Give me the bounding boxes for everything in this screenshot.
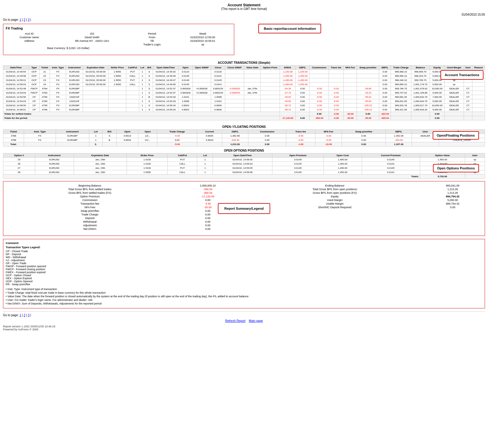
of-col-commission: Commission — [248, 130, 286, 134]
trader-label: Trader's Login: — [143, 43, 161, 46]
trans-fee-label-s: Transaction fee: — [6, 202, 174, 205]
table-row: 01/04/10, 14:56:51CP4796FXEURGBP1S01/04/… — [3, 108, 485, 112]
open-floating-callout: Open/Floating Positions — [433, 131, 479, 140]
legend-note-item: • Net D/W/A: Sum of Deposits, Withdrawal… — [6, 302, 482, 305]
top-area: FX Trading Acct ID: 152 Period: Week Cus… — [3, 24, 485, 58]
col-ticket: Ticket — [39, 66, 50, 70]
refresh-report-link[interactable]: Refresh Report — [225, 319, 246, 323]
legend-type-item: OP - Open Trade — [6, 262, 482, 265]
transactions-header: ACCOUNT TRANSACTIONS (Simple) — [3, 61, 485, 64]
col-used-margin: Used Margin — [444, 66, 464, 70]
oo-col-lot: Lot — [197, 153, 213, 158]
of-total-label: Total: — [3, 142, 24, 147]
main-page-link[interactable]: Main page — [249, 319, 263, 323]
col-exp-date: Expiration Date — [83, 66, 108, 70]
col-open: Open — [179, 66, 193, 70]
col-gspl: G$P/L — [296, 66, 310, 70]
begin-bal-value: 1,000,000.10 — [174, 184, 241, 187]
of-col-ticket: Ticket — [3, 130, 24, 134]
period-used-margin — [444, 116, 464, 120]
table-row: 01/04/10, 14:50:01OCP23FXEURUSD01/15/10,… — [3, 78, 485, 82]
summary-section: Beginning Balance:1,000,000.10 Total Gro… — [3, 181, 485, 236]
page-link-2[interactable]: 2 — [24, 18, 26, 21]
settled-trade-charge — [391, 112, 411, 116]
period-trans: -3.50 — [329, 116, 343, 120]
col-trade-charge: Trade Charge — [391, 66, 411, 70]
col-close-swap: Close SWAP — [225, 66, 244, 70]
col-lot: Lot — [139, 66, 146, 70]
open-floating-header: OPEN / FLOATING POSITIONS — [3, 125, 485, 128]
used-margin-value-s: 5,000.00 — [423, 198, 482, 202]
oo-col-user: User — [465, 153, 485, 158]
summary-right: Ending Balance:993,541.05 Total Gross $P… — [247, 184, 483, 233]
report-summary-callout-box: Report Summary/Legend — [218, 203, 270, 214]
footer-info: Report version 1.1002 2009/12/30 10:46:1… — [3, 325, 485, 331]
table-row: 01/04/10, 14:56:50CP4795FXEURGBP1S01/04/… — [3, 104, 485, 108]
of-total-nfa: -10.00 — [315, 142, 342, 147]
net-dwa-label-s: Net D/W/A: — [6, 227, 174, 231]
page-link-1-b[interactable]: 1 — [20, 314, 21, 317]
settled-trans: -3.00 — [329, 112, 343, 116]
report-subtitle: (This report is in GMT time format) — [3, 7, 485, 11]
col-swap-prem: Swap prem/fee — [357, 66, 379, 70]
col-strike: Strike Price — [109, 66, 126, 70]
go-to-page-top: Go to page: 1 | 2 | 3 | — [3, 18, 485, 21]
period-dwa: -17,120.00 — [280, 116, 295, 120]
oo-col-open-prem: Open Premium — [272, 153, 324, 158]
of-total-trade-charge: -5.00 — [157, 142, 197, 147]
col-close: Close — [211, 66, 225, 70]
gross-open-label: Total Gross $P/L from open positions: — [247, 187, 423, 191]
till-label: Till: — [150, 39, 155, 42]
short-mc-label-s: Short/MC Deposit Required: — [247, 205, 423, 209]
period-value: Week — [199, 32, 206, 35]
col-bs: B/S — [146, 66, 153, 70]
of-col-lot: Lot — [89, 130, 103, 134]
of-col-nspl: N$P/L — [385, 130, 412, 134]
oo-col-open-dt: Open Date/Time — [213, 153, 272, 158]
period-equity: 0.00 — [430, 116, 444, 120]
gross-settled-value: -390.54 — [174, 187, 241, 191]
col-reason: Reason — [472, 66, 485, 70]
table-row: 4788FXEURGBP1S0.901312/...-5.000.89251,4… — [3, 134, 485, 138]
of-col-current: Current — [197, 130, 222, 134]
of-col-open-dt: Open — [138, 130, 157, 134]
legend-type-item: FWCP - Forward closing position — [6, 268, 482, 271]
oo-total-value: 5,720.00 — [420, 175, 465, 179]
page-link-3[interactable]: 3 — [28, 18, 29, 21]
transactions-section: ACCOUNT TRANSACTIONS (Simple) Account Tr… — [3, 61, 485, 123]
go-to-page-bottom: Go to page: 1 | 2 | 3 | — [3, 311, 485, 317]
till-value: 01/04/2010 15:05:51 — [190, 39, 215, 42]
period-nspl: -429.04 — [379, 116, 391, 120]
of-col-trade-charge: Trade Charge — [157, 130, 197, 134]
gross-settled-fx-label: Gross $P/L from settled trades (FX): — [6, 191, 174, 195]
col-instrument: Instrument — [66, 66, 83, 70]
period-reason — [472, 116, 485, 120]
open-floating-table: Ticket Instr. Type Instrument Lot B/S Op… — [3, 129, 485, 147]
settled-reason — [472, 112, 485, 116]
oo-col-curr-prem: Current Premium — [362, 153, 420, 158]
page-header: Account Statement (This report is in GMT… — [3, 3, 485, 11]
acct-id-label: Acct ID: — [25, 32, 34, 35]
from-label: From: — [149, 36, 156, 39]
gross-settled-fx-value: -390.54 — [174, 191, 241, 195]
net-dwa-value-s: 0.00 — [174, 227, 241, 231]
page-link-3-b[interactable]: 3 — [28, 314, 29, 317]
oo-total-label: Totals: — [3, 175, 420, 179]
settled-nfa: -30.00 — [343, 112, 357, 116]
of-total-swap: 0.00 — [342, 142, 385, 147]
begin-bal-label: Beginning Balance: — [6, 184, 174, 187]
legend-type-item: WD - Withdrawal — [6, 256, 482, 259]
col-trans-fee: Trans fee — [329, 66, 343, 70]
legend-type-item: OOP - Option Opened — [6, 280, 482, 283]
oo-col-strike: Strike Price — [127, 153, 168, 158]
of-col-swap-prem: Swap prem/fee — [342, 130, 385, 134]
col-nfa-fee: NFA Fee — [343, 66, 357, 70]
page-link-2-b[interactable]: 2 — [24, 314, 26, 317]
of-total-gspl: 1,213.26 — [222, 142, 248, 147]
settled-comm: 0.00 — [310, 112, 329, 116]
open-options-table: Option # Instrument Expiration Date Stri… — [3, 153, 485, 179]
table-row: 26EURUSDJan, 15th1.5100CALL101/04/10, 14… — [3, 162, 485, 166]
page-link-1[interactable]: 1 — [20, 18, 21, 21]
period-totals-label: Totals for the period — [3, 116, 280, 120]
powered-by: Powered by ActForex © 2009 — [3, 328, 485, 331]
